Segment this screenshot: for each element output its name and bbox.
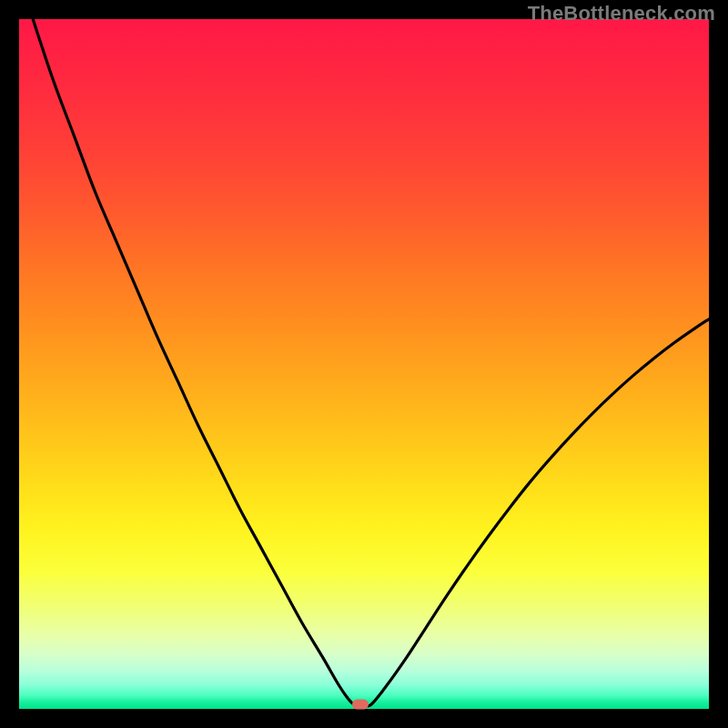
- bottleneck-curve: [19, 19, 709, 709]
- gradient-plot-area: [19, 19, 709, 709]
- chart-frame: TheBottleneck.com: [0, 0, 728, 728]
- watermark-text: TheBottleneck.com: [528, 2, 715, 25]
- optimum-marker: [352, 700, 369, 710]
